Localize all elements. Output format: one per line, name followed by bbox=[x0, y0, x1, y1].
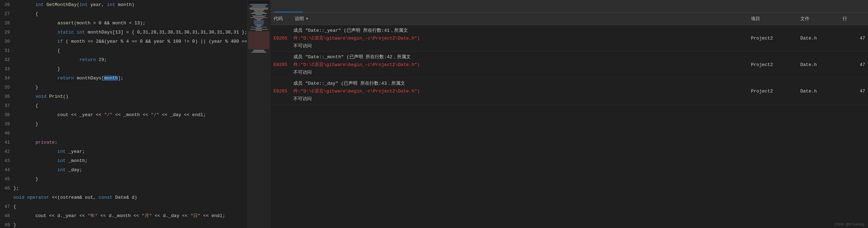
table-row: 48 cout << d._year << "年" << d._month <<… bbox=[0, 211, 247, 220]
list-item[interactable]: 成员 "Date::_month" (已声明 所在行数:42，所属文 E0265… bbox=[271, 52, 868, 78]
table-row: 32 return 29; bbox=[0, 55, 247, 64]
table-row: void operator <<(ostream& out, const Dat… bbox=[0, 193, 247, 202]
error-desc-post-2: 不可访问 bbox=[293, 70, 312, 75]
table-row: 44 int _day; bbox=[0, 165, 247, 174]
table-row: 28 assert(month > 0 && month < 13); bbox=[0, 18, 247, 28]
error-desc-post-1: 不可访问 bbox=[293, 43, 312, 49]
table-row: 30 if ( month == 2&&(year % 4 == 0 && ye… bbox=[0, 37, 247, 46]
table-row: 31 { bbox=[0, 46, 247, 55]
error-desc-path-3: 件:"D:\C语言\gitware\begin_-c\Project2\Date… bbox=[293, 89, 420, 94]
col-desc-label: 说明 bbox=[295, 16, 304, 22]
table-row: 47 { bbox=[0, 202, 247, 211]
col-header-desc[interactable]: 说明 ▼ bbox=[292, 14, 748, 23]
table-row: 29 static int monthDays[13] = { 0,31,28,… bbox=[0, 28, 247, 37]
error-panel: 代码 说明 ▼ 项目 文件 行 成员 "Date::_year" (已声明 所在… bbox=[271, 0, 868, 228]
error-desc-pre-2: 成员 "Date::_month" (已声明 所在行数:42，所属文 bbox=[293, 54, 411, 60]
minimap[interactable] bbox=[247, 0, 271, 228]
error-line-3: 47 bbox=[840, 88, 868, 95]
error-code-2: E0265 bbox=[271, 61, 292, 68]
error-code-1: E0265 bbox=[271, 35, 292, 42]
col-header-project: 项目 bbox=[748, 14, 797, 23]
table-row: 38 cout << _year << "/" << _month << "/"… bbox=[0, 110, 247, 119]
error-desc-pre-3: 成员 "Date::_day" (已声明 所在行数:43，所属文 bbox=[293, 81, 405, 86]
col-header-file: 文件 bbox=[797, 14, 840, 23]
table-row: 35 } bbox=[0, 83, 247, 92]
table-header: 代码 说明 ▼ 项目 文件 行 bbox=[271, 13, 868, 25]
table-row: 26 int GetMonthDay(int year, int month) bbox=[0, 0, 247, 9]
col-header-line: 行 bbox=[840, 14, 868, 23]
error-list: 成员 "Date::_year" (已声明 所在行数:41，所属文 E0265 … bbox=[271, 25, 868, 228]
col-header-code: 代码 bbox=[271, 14, 292, 23]
error-desc-path-1: 件:"D:\C语言\gitware\begin_-c\Project2\Date… bbox=[293, 36, 420, 41]
table-row: 49 } bbox=[0, 220, 247, 228]
panel-tabs bbox=[271, 0, 868, 13]
tab-inactive2[interactable] bbox=[334, 7, 362, 12]
error-file-2: Date.h bbox=[797, 61, 840, 68]
table-row: 40 bbox=[0, 128, 247, 138]
table-row: 46 }; bbox=[0, 184, 247, 193]
table-row: 34 return monthDays[month]; bbox=[0, 73, 247, 83]
error-project-2: Project2 bbox=[748, 61, 797, 68]
error-project-1: Project2 bbox=[748, 35, 797, 42]
error-file-1: Date.h bbox=[797, 35, 840, 42]
list-item[interactable]: 成员 "Date::_year" (已声明 所在行数:41，所属文 E0265 … bbox=[271, 25, 868, 52]
tab-active[interactable] bbox=[274, 7, 302, 12]
chevron-down-icon[interactable]: ▼ bbox=[306, 17, 308, 21]
error-desc-post-3: 不可访问 bbox=[293, 96, 312, 102]
error-desc-path-2: 件:"D:\C语言\gitware\begin_-c\Project2\Date… bbox=[293, 62, 420, 67]
list-item[interactable]: 成员 "Date::_day" (已声明 所在行数:43，所属文 E0265 件… bbox=[271, 78, 868, 104]
table-row: 27 { bbox=[0, 9, 247, 18]
table-row: 41 private: bbox=[0, 138, 247, 147]
code-editor[interactable]: 26 int GetMonthDay(int year, int month) … bbox=[0, 0, 247, 228]
error-project-3: Project2 bbox=[748, 88, 797, 95]
table-row: 39 } bbox=[0, 119, 247, 128]
table-row: 45 } bbox=[0, 174, 247, 184]
error-line-2: 47 bbox=[840, 61, 868, 68]
table-row: 43 int _month; bbox=[0, 156, 247, 165]
table-row: 42 int _year; bbox=[0, 147, 247, 156]
table-row: 36 void Print() bbox=[0, 92, 247, 101]
code-lines: 26 int GetMonthDay(int year, int month) … bbox=[0, 0, 247, 228]
watermark: CSDN @MrGaomg bbox=[834, 222, 864, 227]
error-code-3: E0265 bbox=[271, 88, 292, 95]
error-line-1: 47 bbox=[840, 35, 868, 42]
table-row: 37 { bbox=[0, 101, 247, 110]
error-file-3: Date.h bbox=[797, 88, 840, 95]
error-desc-pre-1: 成员 "Date::_year" (已声明 所在行数:41，所属文 bbox=[293, 28, 408, 33]
tab-inactive[interactable] bbox=[304, 7, 332, 12]
table-row: 33 } bbox=[0, 64, 247, 73]
